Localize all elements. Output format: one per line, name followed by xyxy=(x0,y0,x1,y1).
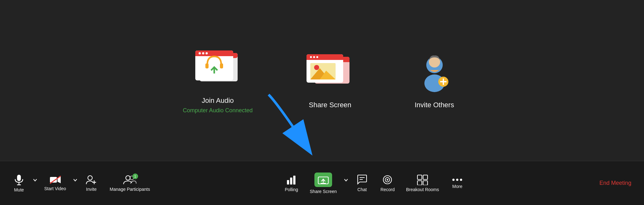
invite-icon xyxy=(86,175,97,185)
svg-rect-38 xyxy=(17,175,21,181)
svg-rect-63 xyxy=(423,181,428,185)
polling-button[interactable]: Polling xyxy=(279,171,304,195)
svg-point-25 xyxy=(313,56,315,58)
svg-point-28 xyxy=(314,65,319,70)
share-screen-toolbar-icon xyxy=(314,173,332,187)
video-icon xyxy=(49,175,61,184)
mute-icon xyxy=(14,174,24,185)
chat-icon xyxy=(356,174,368,185)
svg-point-44 xyxy=(88,176,92,180)
participants-badge: 1 xyxy=(132,173,138,179)
svg-point-26 xyxy=(316,56,318,58)
toolbar-left: Mute Start Video xyxy=(6,171,156,196)
join-audio-icon xyxy=(191,47,245,91)
manage-participants-button[interactable]: 1 Manage Participants xyxy=(104,172,156,195)
computer-audio-connected: Computer Audio Connected xyxy=(183,107,252,114)
svg-rect-49 xyxy=(287,180,289,184)
more-icon xyxy=(452,178,463,182)
svg-rect-62 xyxy=(417,181,422,185)
invite-others-icon xyxy=(408,52,461,96)
svg-point-24 xyxy=(310,56,312,58)
breakout-rooms-button[interactable]: Breakout Rooms xyxy=(400,171,445,195)
svg-point-64 xyxy=(453,179,455,181)
svg-rect-12 xyxy=(220,63,223,68)
start-video-button[interactable]: Start Video xyxy=(39,172,72,194)
share-screen-toolbar-label: Share Screen xyxy=(310,189,337,194)
svg-point-47 xyxy=(126,176,130,180)
record-button[interactable]: Record xyxy=(375,171,400,195)
svg-point-9 xyxy=(202,52,204,54)
record-label: Record xyxy=(380,187,395,192)
video-chevron[interactable] xyxy=(72,175,79,185)
polling-label: Polling xyxy=(285,187,298,192)
svg-point-10 xyxy=(206,52,208,54)
svg-rect-23 xyxy=(307,57,343,60)
record-icon xyxy=(382,174,393,185)
mute-button[interactable]: Mute xyxy=(6,171,32,196)
toolbar: Mute Start Video xyxy=(0,161,644,205)
svg-rect-61 xyxy=(423,175,428,179)
share-screen-icon xyxy=(303,52,357,96)
join-audio-item[interactable]: Join Audio Computer Audio Connected xyxy=(183,47,252,114)
more-label: More xyxy=(452,184,462,189)
participants-icon: 1 xyxy=(123,175,137,185)
invite-button[interactable]: Invite xyxy=(79,172,104,195)
svg-point-59 xyxy=(387,179,388,180)
mute-label: Mute xyxy=(14,187,24,192)
polling-icon xyxy=(286,174,296,185)
svg-rect-50 xyxy=(290,178,292,184)
breakout-rooms-label: Breakout Rooms xyxy=(406,187,439,192)
breakout-rooms-icon xyxy=(417,174,428,185)
manage-participants-label: Manage Participants xyxy=(110,187,150,192)
main-content: Join Audio Computer Audio Connected xyxy=(0,0,644,161)
end-meeting-button[interactable]: End Meeting xyxy=(593,177,638,190)
start-video-label: Start Video xyxy=(44,186,66,191)
toolbar-right: End Meeting xyxy=(593,177,638,190)
svg-rect-51 xyxy=(293,176,295,184)
svg-point-65 xyxy=(456,179,459,181)
svg-point-8 xyxy=(199,52,201,54)
chat-label: Chat xyxy=(357,187,367,192)
invite-others-item[interactable]: Invite Others xyxy=(408,52,461,109)
join-audio-label: Join Audio xyxy=(202,97,234,105)
more-button[interactable]: More xyxy=(445,174,470,192)
svg-rect-11 xyxy=(205,63,209,68)
chat-button[interactable]: Chat xyxy=(349,171,375,195)
share-screen-toolbar-button[interactable]: Share Screen xyxy=(304,169,343,197)
svg-point-66 xyxy=(460,179,462,181)
svg-rect-60 xyxy=(417,175,422,179)
share-screen-label: Share Screen xyxy=(309,101,351,109)
invite-others-label: Invite Others xyxy=(415,101,454,109)
toolbar-center: Polling Share Screen xyxy=(156,169,593,197)
mute-chevron[interactable] xyxy=(32,175,39,185)
share-screen-chevron[interactable] xyxy=(343,175,349,185)
invite-label: Invite xyxy=(86,187,96,192)
share-screen-item[interactable]: Share Screen xyxy=(303,52,357,109)
